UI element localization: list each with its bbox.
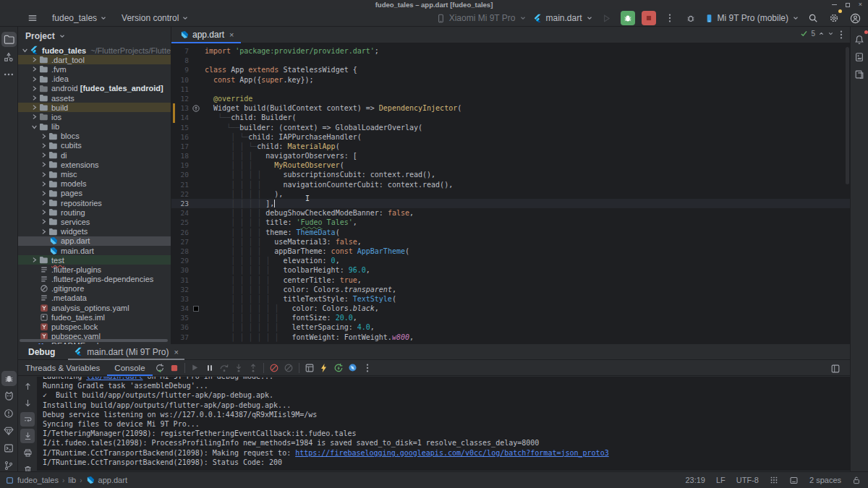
chevron-right-icon[interactable]	[30, 104, 38, 111]
editor-options-button[interactable]	[840, 30, 843, 40]
console-link[interactable]: https://firebaselogging.googleapis.com/v…	[295, 449, 608, 457]
tree-item-repositories[interactable]: repositories	[18, 198, 171, 207]
view-breakpoints-icon[interactable]	[281, 361, 296, 375]
tree-item-test[interactable]: test	[18, 255, 171, 265]
flutter-device-selector[interactable]: Mi 9T Pro (mobile)	[705, 13, 799, 23]
chevron-right-icon[interactable]	[40, 161, 48, 168]
code-line-35[interactable]: 35 │ │ │ │ │ │ fontSize: 20.0,	[171, 313, 850, 322]
profile-button[interactable]	[848, 11, 862, 25]
code-line-33[interactable]: 33 │ │ │ │ │ titleTextStyle: TextStyle(	[171, 294, 850, 304]
tree-item--dart-tool[interactable]: .dart_tool	[18, 55, 171, 64]
next-occurrence-icon[interactable]	[20, 395, 35, 410]
code-line-24[interactable]: 24 │ │ │ │ debugShowCheckedModeBanner: f…	[171, 208, 850, 218]
debug-session-tab[interactable]: main.dart (Mi 9T Pro) ×	[68, 344, 184, 360]
breadcrumb-file[interactable]: app.dart	[98, 476, 127, 484]
debug-button[interactable]	[621, 11, 635, 25]
flutter-hot-restart-icon[interactable]	[331, 361, 346, 375]
layout-settings-button[interactable]	[828, 361, 843, 376]
code-line-17[interactable]: 17 │ │ └─child: MaterialApp(	[171, 142, 850, 151]
code-line-36[interactable]: 36 │ │ │ │ │ │ letterSpacing: 4.0,	[171, 322, 850, 332]
code-line-14[interactable]: 14 └──child: Builder(	[171, 113, 850, 122]
print-icon[interactable]	[20, 445, 35, 460]
code-line-13[interactable]: 13 Widget build(BuildContext context) =>…	[171, 103, 850, 113]
tree-item--gitignore[interactable]: .gitignore	[18, 284, 171, 294]
chevron-right-icon[interactable]	[40, 228, 48, 235]
tree-item-fudeo-tales-iml[interactable]: fudeo_tales.iml	[18, 312, 171, 322]
code-line-8[interactable]: 8	[171, 56, 850, 65]
more-run-options-button[interactable]	[663, 11, 677, 25]
project-menu[interactable]: fudeo_tales	[46, 11, 113, 25]
tree-item-pubspec-lock[interactable]: pubspec.lock	[18, 322, 171, 331]
code-line-26[interactable]: 26 │ │ │ │ theme: ThemeData(	[171, 228, 850, 237]
logcat-icon[interactable]	[1, 388, 17, 403]
tab-close-icon[interactable]: ×	[228, 30, 234, 39]
tree-item--idea[interactable]: .idea	[18, 74, 171, 84]
code-line-28[interactable]: 28 │ │ │ │ appBarTheme: const AppBarThem…	[171, 247, 850, 256]
stop-button[interactable]	[642, 11, 656, 25]
code-line-27[interactable]: 27 │ │ │ │ useMaterial3: false,	[171, 237, 850, 247]
screen-frame-icon[interactable]	[789, 476, 799, 485]
restore-layout-icon[interactable]	[302, 361, 317, 375]
tree-item-assets[interactable]: assets	[18, 93, 171, 103]
tree-item--flutter-plugins-dependencies[interactable]: .flutter-plugins-dependencies	[18, 275, 171, 284]
console-output[interactable]: Launching lib/main.dart on Mi 9T Pro in …	[37, 377, 850, 471]
code-editor[interactable]: 7import 'package:provider/provider.dart'…	[171, 43, 850, 344]
code-line-29[interactable]: 29 │ │ │ │ │ elevation: 0,	[171, 256, 850, 265]
structure-tool-icon[interactable]	[1, 49, 17, 64]
chevron-right-icon[interactable]	[30, 76, 38, 82]
code-line-31[interactable]: 31 │ │ │ │ │ centerTitle: true,	[171, 275, 850, 285]
tree-item--fvm[interactable]: .fvm	[18, 64, 171, 74]
mute-breakpoints-icon[interactable]	[267, 361, 281, 375]
code-line-7[interactable]: 7import 'package:provider/provider.dart'…	[171, 46, 850, 56]
code-line-10[interactable]: 10 const App({super.key});	[171, 75, 850, 85]
notifications-icon[interactable]	[852, 32, 867, 47]
debug-panel-title[interactable]: Debug	[18, 347, 68, 357]
tree-item-routing[interactable]: routing	[18, 207, 171, 217]
tree-item-android[interactable]: android [fudeo_tales_android]	[18, 84, 171, 93]
more-tool-windows-icon[interactable]	[1, 67, 17, 82]
tree-item-fudeo-tales[interactable]: fudeo_tales~/FlutterProjects/Flutter In …	[18, 46, 171, 55]
tree-item-services[interactable]: services	[18, 217, 171, 226]
tree-item-main-dart[interactable]: main.dart	[18, 246, 171, 255]
code-line-37[interactable]: 37 │ │ │ │ │ │ fontWeight: FontWeight.w8…	[171, 333, 850, 342]
code-line-25[interactable]: 25 │ │ │ │ title: 'Fudeo Tales',	[171, 218, 850, 227]
chevron-right-icon[interactable]	[30, 66, 38, 72]
window-maximize-button[interactable]	[846, 3, 850, 7]
prev-occurrence-icon[interactable]	[20, 379, 35, 393]
tree-item-cubits[interactable]: cubits	[18, 141, 171, 150]
debug-view-tab-threads-variables[interactable]: Threads & Variables	[18, 360, 107, 376]
code-line-15[interactable]: 15 └──builder: (context) => GlobalLoader…	[171, 123, 850, 132]
pause-icon[interactable]	[203, 361, 217, 375]
code-line-23[interactable]: 23 │ │ │ │ ],	[171, 199, 850, 208]
version-control-menu[interactable]: Version control	[116, 11, 195, 25]
chevron-right-icon[interactable]	[40, 218, 48, 225]
chevron-right-icon[interactable]	[30, 114, 38, 120]
step-into-icon[interactable]	[231, 361, 246, 375]
inspection-widget[interactable]: 5	[800, 30, 834, 38]
code-line-16[interactable]: 16 │ └─child: IAPPurchaseHandler(	[171, 132, 850, 142]
chevron-right-icon[interactable]	[30, 85, 38, 92]
chevron-right-icon[interactable]	[30, 56, 38, 63]
code-line-19[interactable]: 19 │ │ │ MyRouteObserver(	[171, 160, 850, 170]
debug-tool-icon[interactable]	[1, 371, 17, 386]
code-line-11[interactable]: 11	[171, 85, 850, 94]
prev-problem-icon[interactable]	[818, 30, 825, 37]
code-line-30[interactable]: 30 │ │ │ │ │ toolbarHeight: 96.0,	[171, 265, 850, 275]
chevron-right-icon[interactable]	[40, 190, 48, 197]
device-selector-disabled[interactable]: Xiaomi Mi 9T Pro	[436, 13, 527, 23]
color-swatch-gutter-icon[interactable]	[190, 304, 202, 313]
project-tool-icon[interactable]	[1, 32, 17, 47]
settings-button[interactable]	[827, 11, 841, 25]
chevron-right-icon[interactable]	[40, 152, 48, 158]
editor-scrollbar[interactable]	[846, 47, 849, 184]
chevron-right-icon[interactable]	[40, 181, 48, 187]
tree-item--metadata[interactable]: .metadata	[18, 294, 171, 303]
tree-item-lib[interactable]: lib	[18, 122, 171, 132]
resource-manager-icon[interactable]	[852, 67, 867, 82]
hamburger-menu-button[interactable]	[22, 11, 43, 25]
override-gutter-icon[interactable]	[190, 103, 202, 113]
window-minimize-button[interactable]	[832, 4, 837, 5]
git-icon[interactable]	[1, 458, 17, 473]
tree-item-blocs[interactable]: blocs	[18, 132, 171, 141]
console-link[interactable]: lib/main.dart	[86, 377, 142, 380]
